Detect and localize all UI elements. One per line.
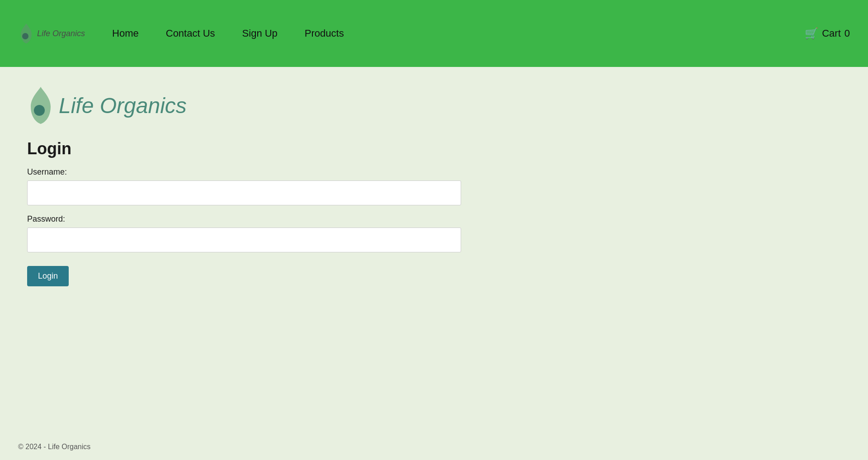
nav-logo-text: Life Organics (37, 29, 85, 38)
brand-logo-large: Life Organics (27, 85, 841, 126)
footer: © 2024 - Life Organics (0, 434, 868, 460)
cart-count: 0 (844, 28, 850, 39)
password-form-group: Password: (27, 214, 461, 252)
nav-link-home[interactable]: Home (112, 28, 139, 39)
password-label: Password: (27, 214, 461, 224)
nav-link-contact[interactable]: Contact Us (166, 28, 215, 39)
main-content: Life Organics Login Username: Password: … (0, 67, 868, 434)
brand-logo-large-icon (27, 85, 54, 126)
username-input[interactable] (27, 180, 461, 205)
nav-links: Home Contact Us Sign Up Products (112, 28, 805, 39)
login-section: Login Username: Password: Login (27, 139, 461, 286)
nav-link-products[interactable]: Products (305, 28, 344, 39)
username-form-group: Username: (27, 167, 461, 205)
footer-text: © 2024 - Life Organics (18, 443, 90, 451)
login-title: Login (27, 139, 461, 158)
username-label: Username: (27, 167, 461, 177)
navbar: Life Organics Home Contact Us Sign Up Pr… (0, 0, 868, 67)
svg-point-1 (34, 105, 45, 116)
nav-logo-icon (18, 23, 34, 44)
cart-icon: 🛒 (805, 27, 818, 40)
brand-logo-large-text: Life Organics (59, 93, 187, 118)
login-button[interactable]: Login (27, 266, 69, 286)
nav-cart[interactable]: 🛒 Cart 0 (805, 27, 850, 40)
nav-link-signup[interactable]: Sign Up (242, 28, 278, 39)
svg-point-0 (22, 33, 28, 39)
password-input[interactable] (27, 228, 461, 252)
cart-label: Cart (822, 28, 841, 39)
nav-logo[interactable]: Life Organics (18, 23, 85, 44)
